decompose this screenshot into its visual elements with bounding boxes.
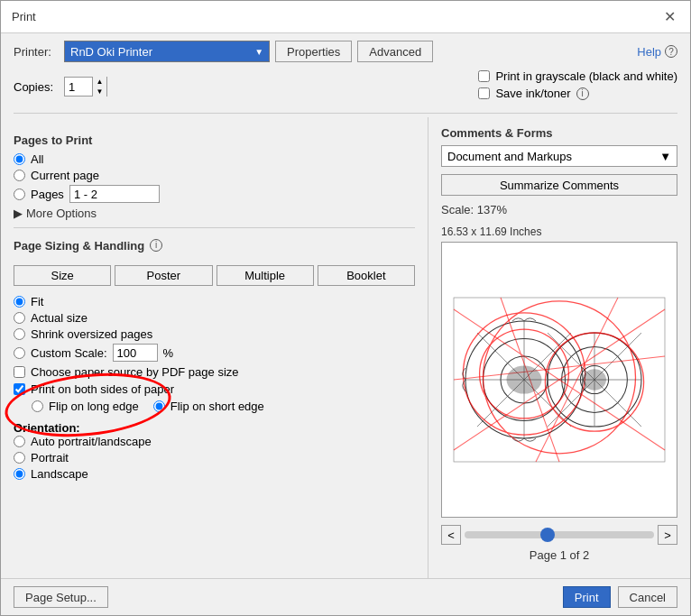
nav-next-button[interactable]: > [658, 525, 677, 545]
dialog-body: Pages to Print All Current page Pages ▶ … [1, 117, 690, 578]
pages-current-label: Current page [31, 169, 99, 182]
printer-label: Printer: [14, 45, 59, 59]
actual-size-radio-row: Actual size [14, 311, 415, 325]
both-sides-checkbox[interactable] [14, 383, 25, 395]
flip-short-radio[interactable] [153, 400, 165, 412]
copies-up-button[interactable]: ▲ [92, 77, 106, 87]
sizing-buttons: Size Poster Multiple Booklet [14, 265, 415, 286]
copies-down-button[interactable]: ▼ [92, 87, 106, 97]
copies-input-wrap: ▲ ▼ [64, 77, 107, 97]
help-icon: ? [665, 45, 677, 58]
radio-all: All [14, 152, 415, 166]
orientation-section: Orientation: Auto portrait/landscape Por… [14, 421, 415, 481]
page-sizing-header: Page Sizing & Handling i [14, 232, 415, 258]
choose-paper-row: Choose paper source by PDF page size [14, 365, 415, 379]
more-options-arrow: ▶ [14, 207, 23, 220]
dialog-title: Print [12, 10, 36, 23]
comments-forms-dropdown-arrow: ▼ [659, 150, 671, 163]
more-options-row[interactable]: ▶ More Options [14, 207, 415, 220]
help-label: Help [637, 45, 661, 59]
saveink-checkbox[interactable] [478, 87, 490, 99]
poster-button[interactable]: Poster [115, 265, 212, 286]
grayscale-row: Print in grayscale (black and white) [478, 69, 677, 83]
custom-scale-row: Custom Scale: % [14, 344, 415, 362]
flip-long-label: Flip on long edge [49, 400, 139, 413]
fit-radio[interactable] [14, 296, 25, 308]
printer-value: RnD Oki Printer [70, 45, 152, 59]
orientation-landscape-row: Landscape [14, 467, 415, 481]
printer-select[interactable]: RnD Oki Printer ▼ [64, 41, 270, 62]
custom-scale-input[interactable] [113, 344, 158, 362]
booklet-button[interactable]: Booklet [318, 265, 415, 286]
pages-range-radio[interactable] [14, 188, 25, 200]
properties-button[interactable]: Properties [275, 41, 352, 62]
shrink-radio[interactable] [14, 328, 25, 340]
bottom-right-buttons: Print Cancel [563, 586, 677, 608]
nav-slider[interactable] [465, 531, 654, 538]
custom-scale-label: Custom Scale: [31, 346, 107, 360]
orientation-landscape-radio[interactable] [14, 468, 25, 480]
close-button[interactable]: ✕ [660, 8, 679, 25]
custom-scale-radio[interactable] [14, 347, 25, 359]
saveink-label: Save ink/toner [495, 87, 570, 100]
nav-slider-thumb[interactable] [540, 528, 555, 542]
shrink-label: Shrink oversized pages [31, 327, 152, 341]
saveink-info-icon: i [576, 87, 589, 100]
orientation-title: Orientation: [14, 421, 80, 435]
advanced-button[interactable]: Advanced [357, 41, 433, 62]
orientation-auto-label: Auto portrait/landscape [31, 435, 152, 448]
orientation-portrait-radio[interactable] [14, 452, 25, 464]
grayscale-checkbox[interactable] [478, 70, 490, 82]
help-link[interactable]: Help ? [637, 45, 677, 59]
saveink-row: Save ink/toner i [478, 87, 588, 100]
preview-dimensions: 16.53 x 11.69 Inches [441, 225, 677, 238]
page-setup-button[interactable]: Page Setup... [14, 586, 108, 608]
right-panel: Comments & Forms Document and Markups ▼ … [428, 117, 690, 578]
copies-input[interactable] [65, 78, 92, 96]
actual-size-label: Actual size [31, 311, 88, 325]
printer-row: Printer: RnD Oki Printer ▼ Properties Ad… [14, 41, 677, 62]
top-divider [14, 113, 677, 114]
pages-all-radio[interactable] [14, 153, 25, 165]
multiple-button[interactable]: Multiple [217, 265, 314, 286]
nav-row: < > [441, 525, 677, 545]
choose-paper-label: Choose paper source by PDF page size [31, 365, 239, 379]
comments-forms-title: Comments & Forms [441, 126, 677, 140]
orientation-portrait-label: Portrait [31, 451, 69, 464]
pages-current-radio[interactable] [14, 170, 25, 181]
flip-options-row: Flip on long edge Flip on short edge [32, 400, 415, 416]
pages-to-print-title: Pages to Print [14, 133, 415, 147]
comments-forms-dropdown-value: Document and Markups [447, 150, 572, 163]
print-dialog: Print ✕ Printer: RnD Oki Printer ▼ Prope… [0, 0, 691, 616]
orientation-portrait-row: Portrait [14, 451, 415, 464]
radio-pages-row: Pages [14, 185, 415, 203]
cancel-button[interactable]: Cancel [618, 586, 677, 608]
scale-text: Scale: 137% [441, 203, 677, 216]
choose-paper-checkbox[interactable] [14, 366, 25, 378]
fit-label: Fit [31, 295, 43, 308]
orientation-auto-row: Auto portrait/landscape [14, 435, 415, 448]
right-checkboxes: Print in grayscale (black and white) Sav… [478, 69, 677, 104]
svg-point-26 [583, 369, 606, 390]
comments-forms-dropdown[interactable]: Document and Markups ▼ [441, 145, 677, 167]
orientation-landscape-label: Landscape [31, 467, 88, 481]
print-button[interactable]: Print [563, 586, 611, 608]
sizing-divider [14, 227, 415, 228]
page-sizing-title: Page Sizing & Handling [14, 239, 144, 253]
svg-point-25 [507, 365, 542, 393]
size-button[interactable]: Size [14, 265, 111, 286]
top-controls: Printer: RnD Oki Printer ▼ Properties Ad… [1, 33, 690, 117]
fit-radio-row: Fit [14, 295, 415, 308]
orientation-auto-radio[interactable] [14, 436, 25, 447]
printer-dropdown-arrow: ▼ [254, 47, 263, 57]
nav-prev-button[interactable]: < [441, 525, 461, 545]
left-panel: Pages to Print All Current page Pages ▶ … [1, 117, 428, 578]
page-info: Page 1 of 2 [441, 548, 677, 562]
pages-range-input[interactable] [69, 185, 160, 203]
preview-svg [442, 243, 677, 517]
title-bar: Print ✕ [1, 1, 690, 33]
bottom-bar: Page Setup... Print Cancel [1, 578, 690, 615]
flip-long-radio[interactable] [32, 400, 43, 412]
actual-size-radio[interactable] [14, 312, 25, 324]
summarize-comments-button[interactable]: Summarize Comments [441, 174, 677, 196]
